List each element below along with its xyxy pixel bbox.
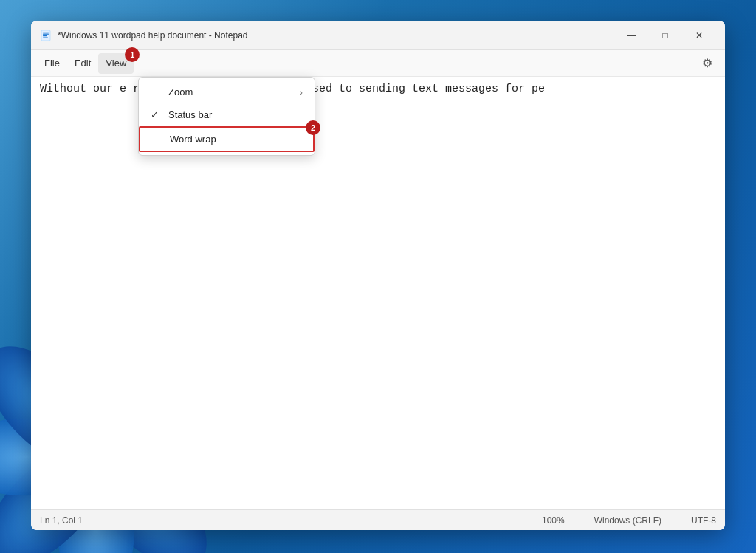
editor-area[interactable]: Without our e remotely. Some people are …	[31, 77, 725, 509]
menu-bar: File Edit View 1 ⚙ Zoom › ✓ Status bar W…	[31, 50, 725, 77]
svg-rect-13	[43, 37, 48, 38]
status-bar: Ln 1, Col 1 100% Windows (CRLF) UTF-8	[31, 509, 725, 530]
status-bar-menu-item[interactable]: ✓ Status bar	[139, 103, 315, 126]
settings-button[interactable]: ⚙	[695, 52, 719, 75]
file-menu-wrapper: File	[37, 53, 67, 74]
close-button[interactable]: ✕	[682, 24, 716, 47]
edit-menu[interactable]: Edit	[67, 53, 98, 74]
window-controls: — □ ✕	[614, 24, 716, 47]
zoom-label: Zoom	[168, 86, 193, 97]
word-wrap-label: Word wrap	[170, 134, 216, 145]
notepad-window: *Windows 11 wordpad help document - Note…	[31, 21, 725, 530]
title-bar: *Windows 11 wordpad help document - Note…	[31, 21, 725, 50]
cursor-position: Ln 1, Col 1	[40, 515, 83, 526]
status-bar-label: Status bar	[168, 109, 212, 120]
edit-menu-wrapper: Edit	[67, 53, 98, 74]
maximize-button[interactable]: □	[648, 24, 682, 47]
zoom-arrow-icon: ›	[300, 88, 303, 97]
encoding: UTF-8	[691, 515, 716, 526]
file-menu[interactable]: File	[37, 53, 67, 74]
view-menu-wrapper: View 1	[98, 53, 134, 74]
svg-rect-11	[43, 33, 49, 34]
svg-rect-12	[43, 35, 47, 36]
zoom-menu-item[interactable]: Zoom ›	[139, 80, 315, 103]
status-right-section: 100% Windows (CRLF) UTF-8	[542, 515, 716, 526]
line-ending: Windows (CRLF)	[594, 515, 662, 526]
minimize-button[interactable]: —	[614, 24, 648, 47]
word-wrap-menu-item[interactable]: Word wrap 2	[139, 126, 315, 152]
svg-rect-10	[43, 32, 49, 32]
status-bar-check: ✓	[151, 109, 162, 120]
word-wrap-badge: 2	[306, 120, 320, 135]
notepad-app-icon	[40, 30, 52, 41]
view-dropdown-menu: Zoom › ✓ Status bar Word wrap 2	[138, 77, 315, 156]
window-title: *Windows 11 wordpad help document - Note…	[58, 30, 614, 41]
zoom-level: 100%	[542, 515, 565, 526]
view-menu[interactable]: View	[98, 53, 134, 74]
